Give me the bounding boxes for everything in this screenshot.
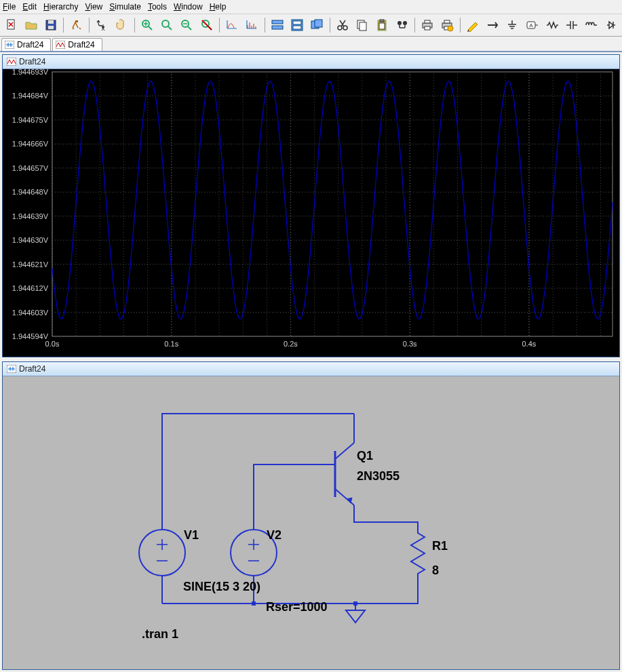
svg-rect-10	[272, 20, 283, 24]
label-v2[interactable]: V2	[267, 528, 281, 542]
plot-pane-frame: Draft24 1.944693V1.944684V1.944675V1.944…	[2, 54, 620, 357]
toolbar-run-button[interactable]	[94, 16, 111, 34]
toolbar-pan-button[interactable]	[113, 16, 130, 34]
svg-point-7	[162, 20, 169, 27]
toolbar-zoom-out-button[interactable]	[178, 16, 195, 34]
schematic-canvas[interactable]: V1 V2 SINE(15 3 20) Rser=1000 Q1 2N3055 …	[3, 376, 619, 669]
svg-text:1.944675V: 1.944675V	[12, 116, 49, 124]
toolbar-zoom-clear-button[interactable]	[198, 16, 215, 34]
toolbar-copy-button[interactable]	[354, 16, 371, 34]
waveform-plot[interactable]: 1.944693V1.944684V1.944675V1.944666V1.94…	[3, 69, 617, 353]
svg-text:1.944693V: 1.944693V	[12, 69, 49, 76]
plot-icon	[56, 41, 65, 49]
svg-rect-16	[315, 20, 322, 27]
toolbar-zoom-fit-button[interactable]	[159, 16, 176, 34]
label-q1[interactable]: Q1	[357, 449, 373, 463]
menu-tools[interactable]: Tools	[145, 1, 170, 12]
label-rser[interactable]: Rser=1000	[266, 600, 328, 614]
toolbar-label-net-button[interactable]: A	[524, 16, 541, 34]
schematic-pane-title-text: Draft24	[19, 364, 45, 374]
toolbar-new-button[interactable]	[3, 16, 20, 34]
plot-pane-body[interactable]: 1.944693V1.944684V1.944675V1.944666V1.94…	[3, 69, 619, 357]
document-tab-row: Draft24Draft24	[0, 37, 622, 52]
plot-icon	[7, 58, 16, 66]
toolbar-fft-button[interactable]	[244, 16, 260, 34]
toolbar-capacitor-button[interactable]	[563, 16, 580, 34]
toolbar-wire-button[interactable]	[484, 16, 501, 34]
toolbar-zoom-in-button[interactable]	[139, 16, 156, 34]
toolbar-save-button[interactable]	[42, 16, 59, 34]
svg-text:1.944630V: 1.944630V	[12, 236, 49, 244]
toolbar-open-button[interactable]	[22, 16, 39, 34]
svg-rect-23	[379, 23, 385, 29]
label-v1[interactable]: V1	[184, 528, 199, 542]
menu-window[interactable]: Window	[171, 1, 206, 12]
toolbar-inductor-button[interactable]	[583, 16, 600, 34]
menubar: FileEditHierarchyViewSimulateToolsWindow…	[0, 0, 622, 14]
svg-rect-101	[252, 601, 256, 606]
toolbar-separator	[265, 18, 265, 33]
toolbar-separator	[330, 18, 330, 33]
toolbar-find-button[interactable]	[393, 16, 410, 34]
menu-file[interactable]: File	[0, 1, 18, 12]
svg-text:0.1s: 0.1s	[164, 340, 178, 348]
svg-rect-13	[293, 21, 301, 24]
toolbar-draw-button[interactable]	[465, 16, 482, 34]
toolbar-ground-button[interactable]	[504, 16, 521, 34]
svg-text:0.3s: 0.3s	[403, 340, 417, 348]
toolbar-tile-v-button[interactable]	[289, 16, 306, 34]
svg-text:1.944621V: 1.944621V	[12, 260, 49, 269]
schematic-pane-frame: Draft24 V1 V2 SINE(15 3 20) Rser=1000 Q1…	[2, 361, 620, 670]
toolbar-cut-button[interactable]	[334, 16, 351, 34]
label-q1-model[interactable]: 2N3055	[357, 469, 400, 483]
label-r1[interactable]: R1	[432, 539, 448, 553]
toolbar-paste-button[interactable]	[374, 16, 391, 34]
toolbar-tile-c-button[interactable]	[309, 16, 326, 34]
plot-pane-title-text: Draft24	[19, 57, 45, 66]
toolbar-separator	[63, 18, 64, 33]
svg-point-32	[448, 26, 453, 31]
tab-draft24-schematic[interactable]: Draft24	[1, 38, 51, 51]
svg-text:0.2s: 0.2s	[284, 340, 298, 348]
svg-point-99	[139, 530, 185, 576]
schematic-icon	[5, 41, 14, 49]
svg-rect-4	[75, 20, 78, 22]
svg-text:1.944657V: 1.944657V	[12, 164, 49, 172]
schematic-icon	[7, 365, 16, 373]
schematic-drawing[interactable]	[3, 376, 617, 661]
svg-text:1.944648V: 1.944648V	[12, 188, 49, 196]
toolbar-print-setup-button[interactable]	[439, 16, 456, 34]
svg-text:1.944594V: 1.944594V	[12, 332, 49, 340]
svg-rect-2	[48, 20, 54, 24]
menu-edit[interactable]: Edit	[20, 1, 39, 12]
schematic-pane-title: Draft24	[3, 362, 619, 376]
tab-label: Draft24	[68, 40, 94, 50]
svg-text:1.944666V: 1.944666V	[12, 140, 49, 148]
toolbar-tile-h-button[interactable]	[269, 16, 286, 34]
svg-rect-3	[48, 26, 54, 29]
menu-simulate[interactable]: Simulate	[106, 1, 144, 12]
toolbar-print-button[interactable]	[419, 16, 436, 34]
svg-text:1.944684V: 1.944684V	[12, 92, 49, 100]
toolbar-separator	[219, 18, 220, 33]
toolbar-resistor-button[interactable]	[543, 16, 560, 34]
svg-rect-27	[425, 20, 430, 23]
label-v2-sine[interactable]: SINE(15 3 20)	[183, 580, 260, 594]
menu-help[interactable]: Help	[207, 1, 229, 12]
toolbar-diode-button[interactable]	[602, 16, 619, 34]
menu-view[interactable]: View	[82, 1, 105, 12]
svg-point-24	[397, 21, 402, 25]
toolbar-separator	[460, 18, 461, 33]
svg-text:1.944612V: 1.944612V	[12, 284, 49, 292]
label-r1-val[interactable]: 8	[432, 564, 439, 578]
toolbar-control-panel-button[interactable]	[68, 16, 85, 34]
svg-text:1.944603V: 1.944603V	[12, 309, 49, 317]
svg-point-25	[403, 21, 407, 25]
plot-pane-title: Draft24	[3, 55, 619, 69]
toolbar: A	[0, 14, 622, 37]
menu-hierarchy[interactable]: Hierarchy	[41, 1, 81, 12]
tab-draft24-plot[interactable]: Draft24	[52, 38, 102, 51]
label-directive[interactable]: .tran 1	[142, 627, 178, 641]
svg-rect-30	[444, 20, 450, 23]
toolbar-autorange-button[interactable]	[224, 16, 241, 34]
